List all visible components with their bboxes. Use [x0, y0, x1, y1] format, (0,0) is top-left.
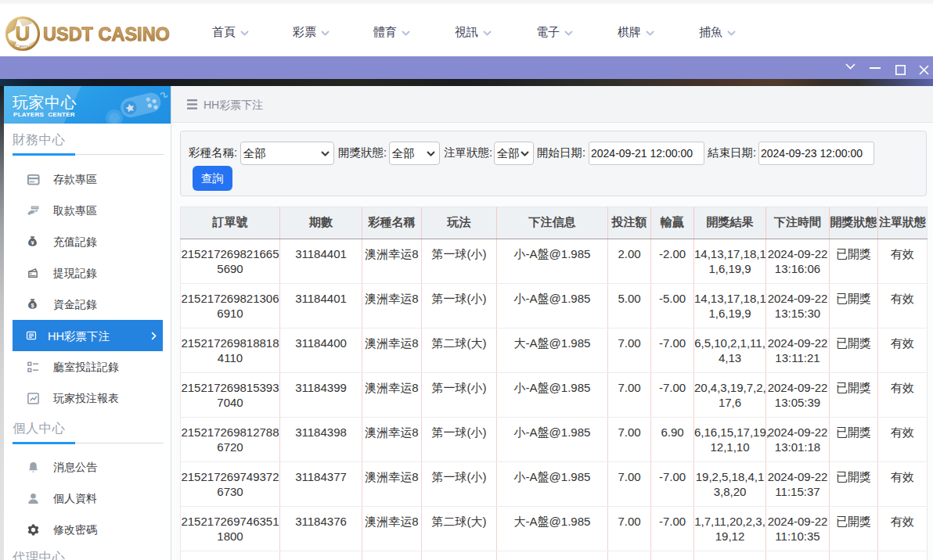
svg-text:Casino: Casino [16, 44, 31, 48]
svg-text:U: U [16, 22, 31, 45]
